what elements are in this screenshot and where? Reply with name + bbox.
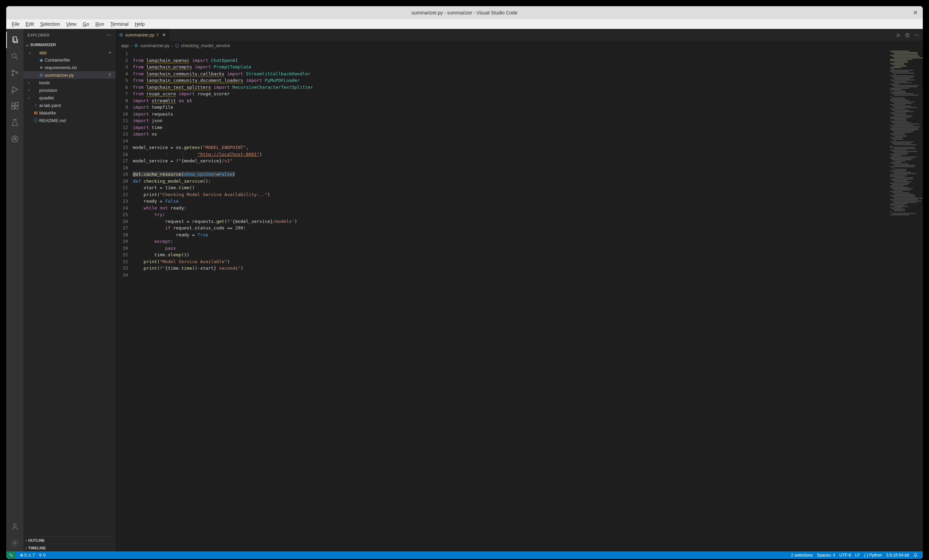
menu-help[interactable]: Help xyxy=(132,21,148,28)
tree-label: Containerfile xyxy=(45,57,70,63)
tab-label: summarizer.py xyxy=(125,32,155,37)
root-label: SUMMARIZER xyxy=(30,43,56,47)
svg-rect-7 xyxy=(12,103,14,106)
breadcrumb-part[interactable]: summarizer.py xyxy=(140,43,170,48)
svg-rect-8 xyxy=(12,106,14,109)
source-control-icon[interactable] xyxy=(6,65,23,81)
tree-label: README.md xyxy=(39,118,66,123)
tree-label: Makefile xyxy=(39,110,56,116)
explorer-icon[interactable] xyxy=(6,32,23,48)
tab-summarizer[interactable]: ⚙ summarizer.py 7 ✕ xyxy=(116,29,170,41)
breadcrumb-part[interactable]: checking_model_service xyxy=(181,43,230,48)
tree-item-provision[interactable]: ›provision xyxy=(23,86,116,94)
testing-icon[interactable] xyxy=(6,114,23,131)
tree-label: ai-lab.yaml xyxy=(39,103,61,108)
menu-selection[interactable]: Selection xyxy=(37,21,63,28)
sidebar-header: EXPLORER ⋯ xyxy=(23,29,116,41)
sidebar: EXPLORER ⋯ ⌄ SUMMARIZER ⌄app◆Containerfi… xyxy=(23,29,116,288)
explorer-title: EXPLORER xyxy=(28,33,49,37)
breadcrumb-part[interactable]: app xyxy=(121,43,129,48)
tree-item-summarizer-py[interactable]: ⚙summarizer.py7 xyxy=(23,71,116,79)
menubar: File Edit Selection View Go Run Terminal… xyxy=(6,19,478,29)
menu-file[interactable]: File xyxy=(9,21,22,28)
vscode-window: summarizer.py - summarizer - Visual Stud… xyxy=(6,6,478,288)
svg-rect-10 xyxy=(15,103,18,105)
menu-edit[interactable]: Edit xyxy=(23,21,37,28)
menu-terminal[interactable]: Terminal xyxy=(108,21,132,28)
ansible-icon[interactable] xyxy=(6,131,23,147)
tree-item-quadlet[interactable]: ›quadlet xyxy=(23,94,116,101)
svg-point-4 xyxy=(12,74,14,76)
tree-item-app[interactable]: ⌄app xyxy=(23,49,116,56)
tree-item-makefile[interactable]: MMakefile xyxy=(23,109,116,116)
code-content[interactable]: from langchain_openai import ChatOpenAIf… xyxy=(133,50,478,288)
tree-item-bootc[interactable]: ›bootc xyxy=(23,79,116,86)
menu-view[interactable]: View xyxy=(63,21,79,28)
tree-label: bootc xyxy=(39,80,50,85)
run-debug-icon[interactable] xyxy=(6,81,23,98)
editor-tabs: ⚙ summarizer.py 7 ✕ ▷ ◫ ⋯ xyxy=(116,29,478,41)
more-actions-icon[interactable]: ⋯ xyxy=(106,32,112,38)
editor-area: ⚙ summarizer.py 7 ✕ ▷ ◫ ⋯ app › ⚙ summar… xyxy=(116,29,478,288)
code-editor[interactable]: 1234567891011121314151617181920212223242… xyxy=(116,50,478,288)
breadcrumb-sep: › xyxy=(131,43,132,48)
activity-bar xyxy=(6,29,23,288)
window-title: summarizer.py - summarizer - Visual Stud… xyxy=(411,10,478,15)
svg-line-2 xyxy=(16,57,18,60)
svg-point-3 xyxy=(12,70,14,72)
tree-label: summarizer.py xyxy=(45,73,74,78)
svg-point-6 xyxy=(12,91,14,93)
menu-run[interactable]: Run xyxy=(92,21,107,28)
tree-label: provision xyxy=(39,88,57,93)
tree-item-containerfile[interactable]: ◆Containerfile xyxy=(23,56,116,64)
main-area: EXPLORER ⋯ ⌄ SUMMARIZER ⌄app◆Containerfi… xyxy=(6,29,478,288)
symbol-icon: ⬡ xyxy=(175,43,179,48)
python-icon: ⚙ xyxy=(134,43,138,48)
breadcrumb-sep: › xyxy=(172,43,173,48)
titlebar[interactable]: summarizer.py - summarizer - Visual Stud… xyxy=(6,6,478,19)
tree-label: requirements.txt xyxy=(45,65,77,70)
svg-rect-9 xyxy=(15,106,18,109)
tree-label: app xyxy=(39,50,47,55)
file-tree: ⌄app◆Containerfile≡requirements.txt⚙summ… xyxy=(23,49,116,288)
line-gutter: 1234567891011121314151617181920212223242… xyxy=(116,50,133,288)
svg-rect-0 xyxy=(13,37,17,41)
svg-point-1 xyxy=(12,54,16,58)
folder-root[interactable]: ⌄ SUMMARIZER xyxy=(23,41,116,49)
breadcrumb[interactable]: app › ⚙ summarizer.py › ⬡ checking_model… xyxy=(116,41,478,50)
tree-item-requirements-txt[interactable]: ≡requirements.txt xyxy=(23,64,116,71)
problems-badge: 7 xyxy=(109,73,111,77)
tab-modified-badge: 7 xyxy=(156,33,159,37)
chevron-down-icon: ⌄ xyxy=(26,42,29,47)
python-icon: ⚙ xyxy=(119,32,123,37)
menu-go[interactable]: Go xyxy=(80,21,92,28)
tab-close-icon[interactable]: ✕ xyxy=(162,32,166,37)
tree-label: quadlet xyxy=(39,95,54,101)
tree-item-ai-lab-yaml[interactable]: !ai-lab.yaml xyxy=(23,101,116,109)
extensions-icon[interactable] xyxy=(6,98,23,114)
search-icon[interactable] xyxy=(6,48,23,65)
svg-point-5 xyxy=(16,72,18,73)
tree-item-readme-md[interactable]: ⓘREADME.md xyxy=(23,116,116,124)
